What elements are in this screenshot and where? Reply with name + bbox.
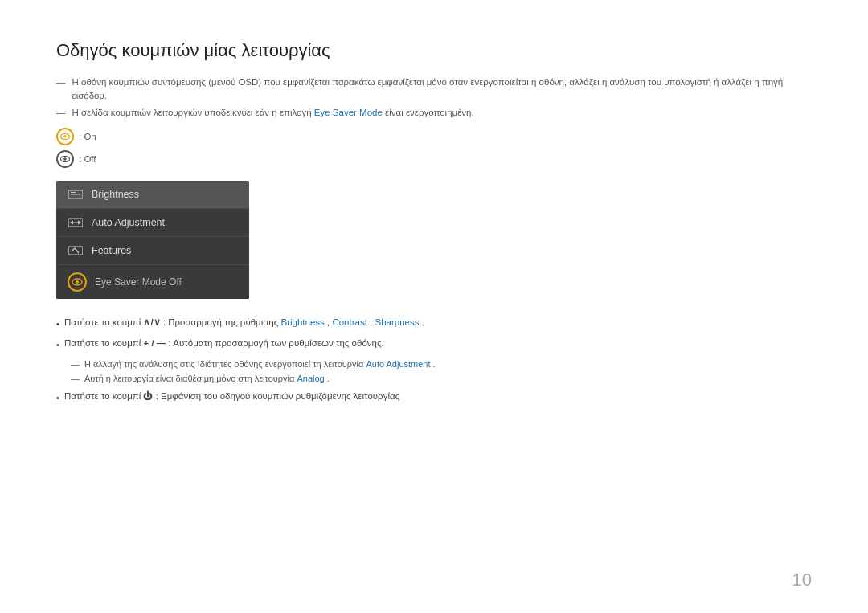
subnote1-link: Auto Adjustment — [366, 359, 430, 369]
eye-off-icon — [56, 150, 74, 168]
sub-note-dash-2: — — [71, 372, 80, 386]
features-icon — [68, 244, 84, 257]
note-item-2: — Η σελίδα κουμπιών λειτουργιών υποδεικν… — [56, 106, 812, 120]
note-dash-2: — — [56, 106, 66, 120]
status-on-row: : On — [56, 128, 812, 145]
osd-item-brightness[interactable]: Brightness — [56, 181, 249, 209]
status-off-row: : Off — [56, 150, 812, 168]
bullet-text-2: Πατήστε το κουμπί + / — : Αυτόματη προσα… — [64, 336, 384, 350]
osd-menu: Brightness Auto Adjustment F — [56, 181, 249, 299]
osd-auto-adj-label: Auto Adjustment — [92, 217, 165, 228]
status-on-label: : On — [79, 132, 96, 141]
svg-marker-10 — [78, 220, 81, 224]
sub-note-dash-1: — — [71, 358, 80, 371]
osd-features-label: Features — [92, 245, 131, 256]
bullet1-link-sharpness: Sharpness — [375, 317, 419, 327]
status-off-label: : Off — [79, 154, 96, 164]
bullet-dot-2: • — [56, 337, 59, 352]
svg-marker-9 — [70, 220, 73, 224]
note-text-2: Η σελίδα κουμπιών λειτουργιών υποδεικνύε… — [72, 106, 474, 120]
page-number: 10 — [792, 570, 812, 591]
osd-brightness-label: Brightness — [92, 189, 139, 200]
bullet-text-1: Πατήστε το κουμπί ∧/∨ : Προσαρμογή της ρ… — [64, 315, 424, 329]
note-dash-1: — — [56, 76, 66, 89]
bullet1-link-brightness: Brightness — [280, 317, 324, 327]
note-text-1: Η οθόνη κουμπιών συντόμευσης (μενού OSD)… — [72, 76, 813, 104]
svg-rect-11 — [68, 247, 83, 255]
bullet-section: • Πατήστε το κουμπί ∧/∨ : Προσαρμογή της… — [56, 315, 812, 405]
eye-on-icon — [56, 128, 74, 145]
svg-point-13 — [76, 280, 79, 284]
note2-link: Eye Saver Mode — [314, 108, 383, 117]
osd-eye-saver-icon — [68, 272, 87, 292]
svg-point-3 — [63, 157, 67, 161]
bullet1-link-contrast: Contrast — [332, 317, 366, 327]
sub-note-2: — Αυτή η λειτουργία είναι διαθέσιμη μόνο… — [71, 372, 812, 386]
svg-point-1 — [63, 135, 67, 138]
note-item-1: — Η οθόνη κουμπιών συντόμευσης (μενού OS… — [56, 76, 812, 104]
brightness-icon — [68, 188, 84, 201]
bullet-dot-1: • — [56, 317, 59, 331]
bullet-dot-3: • — [56, 390, 59, 405]
subnote2-link: Analog — [297, 374, 324, 383]
bullet-item-3: • Πατήστε το κουμπί ⏻ : Εμφάνιση του οδη… — [56, 389, 812, 405]
bullet-text-3: Πατήστε το κουμπί ⏻ : Εμφάνιση του οδηγο… — [64, 389, 399, 403]
bullet-item-1: • Πατήστε το κουμπί ∧/∨ : Προσαρμογή της… — [56, 315, 812, 331]
notes-section: — Η οθόνη κουμπιών συντόμευσης (μενού OS… — [56, 76, 812, 120]
sub-note-1: — Η αλλαγή της ανάλυσης στις Ιδιότητες ο… — [71, 358, 812, 371]
osd-item-auto-adjustment[interactable]: Auto Adjustment — [56, 209, 249, 237]
osd-item-features[interactable]: Features — [56, 237, 249, 265]
page-title: Οδηγός κουμπιών μίας λειτουργίας — [56, 40, 812, 61]
bullet-item-2: • Πατήστε το κουμπί + / — : Αυτόματη προ… — [56, 336, 812, 352]
auto-adjust-icon — [68, 216, 84, 229]
osd-eye-saver-label: Eye Saver Mode Off — [95, 276, 182, 288]
osd-item-eye-saver[interactable]: Eye Saver Mode Off — [56, 265, 249, 299]
